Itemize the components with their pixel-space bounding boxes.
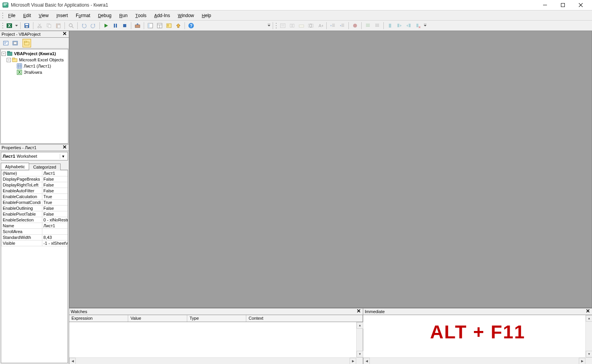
- vertical-scrollbar[interactable]: ▲ ▼: [356, 322, 363, 357]
- collapse-icon[interactable]: −: [2, 52, 6, 56]
- project-panel-header[interactable]: Project - VBAProject ✕: [0, 31, 69, 38]
- scroll-up-icon[interactable]: ▲: [586, 315, 592, 322]
- tree-item[interactable]: Лист1 (Лист1): [2, 63, 67, 69]
- property-value[interactable]: False: [42, 211, 68, 217]
- tab-alphabetic[interactable]: Alphabetic: [1, 163, 29, 170]
- toolbar-overflow-icon[interactable]: [267, 21, 271, 30]
- collapse-icon[interactable]: −: [7, 58, 11, 62]
- save-icon[interactable]: [23, 21, 31, 30]
- redo-icon[interactable]: [89, 21, 98, 30]
- column-context[interactable]: Context: [246, 315, 363, 322]
- menu-format[interactable]: Format: [72, 11, 94, 20]
- scroll-left-icon[interactable]: ◀: [69, 358, 76, 364]
- list-properties-icon[interactable]: [279, 21, 287, 30]
- cut-icon[interactable]: [35, 21, 44, 30]
- list-constants-icon[interactable]: [288, 21, 296, 30]
- close-icon[interactable]: ✕: [62, 145, 67, 150]
- paste-icon[interactable]: [54, 21, 63, 30]
- bookmark-toggle-icon[interactable]: [386, 21, 394, 30]
- tree-folder[interactable]: − Microsoft Excel Objects: [2, 57, 67, 63]
- property-value[interactable]: 8,43: [42, 235, 68, 240]
- run-icon[interactable]: [102, 21, 110, 30]
- column-type[interactable]: Type: [187, 315, 246, 322]
- horizontal-scrollbar[interactable]: ◀ ▶: [69, 357, 363, 364]
- complete-word-icon[interactable]: A+: [316, 21, 324, 30]
- tree-item[interactable]: X ЭтаКнига: [2, 69, 67, 75]
- menu-window[interactable]: Window: [174, 11, 198, 20]
- mdi-workspace[interactable]: [69, 31, 592, 308]
- menu-debug[interactable]: Debug: [94, 11, 115, 20]
- project-tree[interactable]: − VBAProject (Книга1) − Microsoft Excel …: [0, 49, 68, 144]
- immediate-body[interactable]: ALT + F11 ▲ ▼ ◀ ▶: [363, 315, 592, 364]
- maximize-button[interactable]: [554, 0, 572, 10]
- menu-run[interactable]: Run: [115, 11, 131, 20]
- column-value[interactable]: Value: [128, 315, 187, 322]
- uncomment-block-icon[interactable]: [373, 21, 381, 30]
- copy-icon[interactable]: [45, 21, 53, 30]
- vertical-scrollbar[interactable]: ▲ ▼: [585, 315, 592, 357]
- horizontal-scrollbar[interactable]: ◀ ▶: [363, 357, 592, 364]
- menu-insert[interactable]: Insert: [52, 11, 72, 20]
- break-icon[interactable]: [111, 21, 120, 30]
- menu-file[interactable]: File: [4, 11, 19, 20]
- undo-icon[interactable]: [80, 21, 88, 30]
- property-row[interactable]: EnableAutoFilterFalse: [2, 188, 68, 194]
- quick-info-icon[interactable]: [297, 21, 306, 30]
- comment-block-icon[interactable]: [364, 21, 372, 30]
- bookmark-prev-icon[interactable]: [404, 21, 413, 30]
- find-icon[interactable]: [67, 21, 75, 30]
- toolbox-icon[interactable]: [174, 21, 183, 30]
- immediate-panel-header[interactable]: Immediate ✕: [363, 308, 592, 315]
- property-row[interactable]: EnableOutliningFalse: [2, 206, 68, 211]
- menu-tools[interactable]: Tools: [131, 11, 150, 20]
- property-value[interactable]: True: [42, 194, 68, 200]
- object-browser-icon[interactable]: [165, 21, 173, 30]
- property-row[interactable]: EnableSelection0 - xlNoRestrictio: [2, 217, 68, 223]
- property-row[interactable]: DisplayRightToLeftFalse: [2, 182, 68, 188]
- tree-root[interactable]: − VBAProject (Книга1): [2, 51, 67, 57]
- properties-object-select[interactable]: Лист1 Worksheet ▾: [1, 152, 68, 160]
- property-row[interactable]: EnableFormatCondiTrue: [2, 200, 68, 206]
- scroll-down-icon[interactable]: ▼: [586, 351, 592, 357]
- properties-grid[interactable]: (Name)Лист1DisplayPageBreaksFalseDisplay…: [1, 170, 68, 363]
- scroll-up-icon[interactable]: ▲: [357, 322, 363, 329]
- menu-addins[interactable]: Add-Ins: [150, 11, 174, 20]
- property-row[interactable]: (Name)Лист1: [2, 171, 68, 176]
- property-row[interactable]: ScrollArea: [2, 229, 68, 235]
- property-row[interactable]: Visible-1 - xlSheetVisible: [2, 240, 68, 246]
- property-value[interactable]: 0 - xlNoRestrictio: [42, 217, 68, 223]
- breakpoint-icon[interactable]: [351, 21, 359, 30]
- watches-panel-header[interactable]: Watches ✕: [69, 308, 363, 315]
- close-icon[interactable]: ✕: [356, 309, 361, 314]
- scroll-left-icon[interactable]: ◀: [363, 358, 370, 364]
- toggle-folders-icon[interactable]: [23, 39, 31, 47]
- property-value[interactable]: [42, 229, 68, 235]
- bookmark-clear-icon[interactable]: [414, 21, 422, 30]
- property-value[interactable]: False: [42, 182, 68, 188]
- menu-view[interactable]: View: [35, 11, 52, 20]
- property-value[interactable]: Лист1: [42, 223, 68, 229]
- design-mode-icon[interactable]: [133, 21, 142, 30]
- scroll-right-icon[interactable]: ▶: [579, 358, 585, 364]
- property-value[interactable]: False: [42, 206, 68, 211]
- parameter-info-icon[interactable]: (): [306, 21, 315, 30]
- property-value[interactable]: True: [42, 200, 68, 206]
- property-row[interactable]: EnablePivotTableFalse: [2, 211, 68, 217]
- view-code-icon[interactable]: [2, 39, 10, 47]
- property-value[interactable]: Лист1: [42, 171, 68, 176]
- property-value[interactable]: -1 - xlSheetVisible: [42, 240, 68, 246]
- outdent-icon[interactable]: [338, 21, 346, 30]
- scroll-right-icon[interactable]: ▶: [350, 358, 356, 364]
- indent-icon[interactable]: [329, 21, 337, 30]
- reset-icon[interactable]: [120, 21, 129, 30]
- property-value[interactable]: False: [42, 176, 68, 182]
- excel-icon[interactable]: X: [5, 21, 14, 30]
- property-row[interactable]: EnableCalculationTrue: [2, 194, 68, 200]
- menu-help[interactable]: Help: [198, 11, 215, 20]
- menu-edit[interactable]: Edit: [19, 11, 35, 20]
- toolbar-overflow-icon[interactable]: [423, 21, 427, 30]
- close-icon[interactable]: ✕: [62, 31, 67, 37]
- column-expression[interactable]: Expression: [69, 315, 128, 322]
- dropdown-arrow-icon[interactable]: ▾: [60, 154, 66, 159]
- scroll-down-icon[interactable]: ▼: [357, 351, 363, 357]
